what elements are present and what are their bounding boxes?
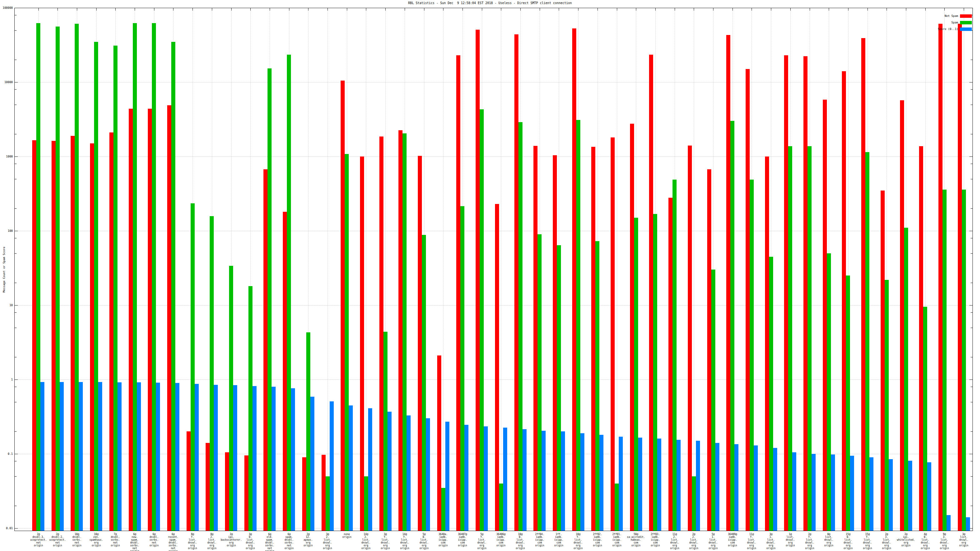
legend-item: Spam (938, 19, 972, 26)
legend-label: Not Spam (945, 14, 958, 18)
legend-swatch (960, 21, 972, 24)
legend-item: Score (0..1) (938, 26, 972, 32)
y-tick-label: 0.01 (0, 527, 13, 530)
legend-label: Spam (951, 21, 958, 24)
y-tick-label: 100000 (0, 6, 13, 10)
legend: Not SpamSpamScore (0..1) (938, 13, 972, 32)
legend-item: Not Spam (938, 13, 972, 19)
x-tick-label: 3@list.dnswl.orgorigin (945, 533, 980, 547)
legend-swatch (960, 27, 972, 31)
legend-label: Score (0..1) (938, 27, 958, 31)
y-tick-label: 10000 (0, 81, 13, 84)
plot-frame (14, 8, 973, 531)
y-tick-label: 0.1 (0, 452, 13, 456)
y-tick-label: 100 (0, 229, 13, 232)
y-tick-label: 1000 (0, 155, 13, 158)
legend-swatch (960, 14, 972, 18)
y-tick-label: 1 (0, 378, 13, 381)
y-tick-label: 10 (0, 303, 13, 307)
